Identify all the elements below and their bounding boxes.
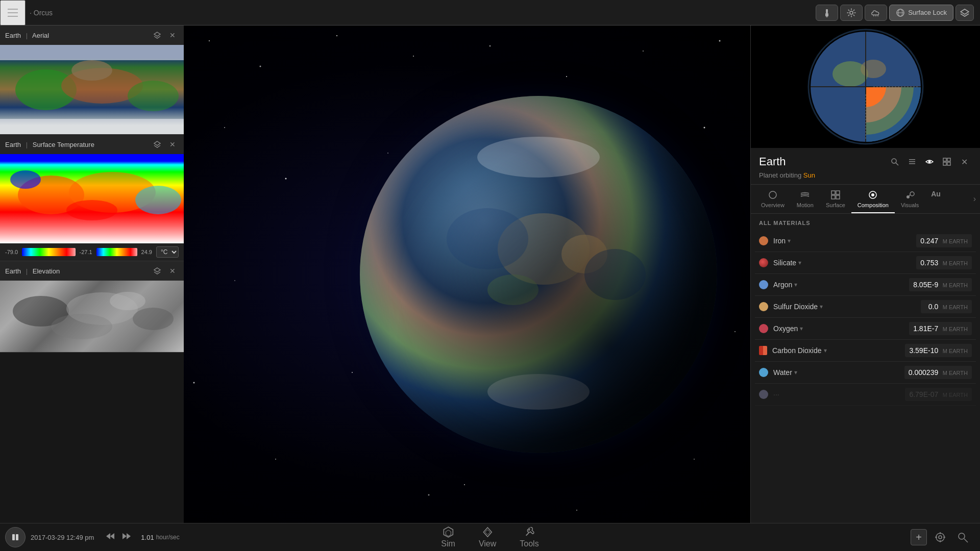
svg-rect-76 [947,162,950,165]
motion-tab-icon [800,190,810,200]
silicate-unit: M Earth [943,260,968,266]
svg-line-68 [896,163,898,165]
left-panel: Earth | Aerial ✕ Earth | Sur [0,26,184,523]
add-button[interactable]: + [911,529,927,545]
carbon-dioxide-dot-left [759,346,763,355]
svg-point-32 [234,280,235,281]
time-display: 2017-03-29 12:49 pm [31,534,94,541]
layers-temp-icon [153,140,161,148]
tab-motion[interactable]: Motion [791,185,820,213]
svg-rect-78 [831,191,835,194]
cloud-button[interactable] [865,5,887,21]
svg-rect-4 [825,13,828,16]
elevation-card: Earth | Elevation ✕ [0,261,184,353]
surface-tab-icon [830,190,841,200]
svg-point-34 [734,331,736,332]
carbon-dioxide-unit: M Earth [943,348,968,354]
aerial-close-button[interactable]: ✕ [166,29,179,41]
iron-name[interactable]: Iron ▾ [773,237,916,245]
partial-name: ··· [773,390,905,398]
temp-card: Earth | Surface Temperature ✕ -79.0 [0,135,184,261]
temp-close-button[interactable]: ✕ [166,138,179,151]
settings-button[interactable] [840,5,863,21]
bottom-tab-tools[interactable]: Tools [516,524,543,550]
water-chevron: ▾ [794,369,797,376]
panel-tabs: Overview Motion Surface Compo [751,185,980,214]
panel-list-button[interactable] [904,154,920,169]
grid-icon [943,158,951,166]
water-name[interactable]: Water ▾ [773,368,904,377]
bottom-tab-sim[interactable]: Sim [437,524,459,550]
panel-eye-button[interactable] [922,154,937,169]
svg-point-96 [936,533,944,541]
oxygen-value: 1.81E-7 [913,324,938,333]
temp-card-header: Earth | Surface Temperature ✕ [0,135,184,154]
argon-name[interactable]: Argon ▾ [773,281,909,289]
bottom-right-actions: + [911,528,980,546]
sun-link[interactable]: Sun [803,171,815,179]
svg-point-24 [719,40,721,42]
silicate-name[interactable]: Silicate ▾ [773,259,916,267]
tab-surface[interactable]: Surface [820,185,851,213]
layers-sm-icon [153,31,161,39]
tab-au[interactable]: Au [925,185,947,213]
panel-scroll-next[interactable]: › [973,185,976,213]
menu-button[interactable] [0,0,26,26]
bottom-tab-view[interactable]: View [475,524,500,550]
carbon-dioxide-name[interactable]: Carbon Dioxide ▾ [772,346,905,355]
oxygen-dot [759,324,768,333]
svg-point-97 [939,536,942,539]
tools-icon [523,526,535,538]
silicate-value-box: 0.753 M Earth [916,256,972,269]
forward-button[interactable] [121,532,132,543]
material-row-argon: Argon ▾ 8.05E-9 M Earth [755,274,976,296]
tab-composition[interactable]: Composition [851,185,895,213]
oxygen-chevron: ▾ [800,325,803,332]
iron-unit: M Earth [943,238,968,244]
search-bottom-icon [957,532,968,543]
sim-icon [442,526,454,538]
silicate-chevron: ▾ [798,259,801,266]
speed-value: 1.01 [141,534,154,541]
panel-close-button[interactable]: ✕ [957,154,972,169]
target-button[interactable] [931,528,949,546]
svg-point-31 [694,459,695,460]
aerial-map-image [0,45,184,134]
temp-color-bar [22,248,75,256]
play-pause-button[interactable] [5,527,26,547]
svg-point-77 [769,191,776,198]
tab-surface-label: Surface [826,202,845,208]
carbon-dioxide-chevron: ▾ [824,347,827,354]
temp-scale: -79.0 -27.1 24.9 °C °F K [0,243,184,261]
svg-rect-73 [943,158,946,161]
aerial-layers-button[interactable] [151,29,163,41]
svg-marker-14 [154,32,160,36]
rewind-button[interactable] [105,532,115,543]
surface-lock-button[interactable]: Surface Lock [889,5,953,21]
main-view[interactable] [184,26,750,523]
elevation-layers-button[interactable] [151,265,163,277]
tab-visuals[interactable]: Visuals [895,185,925,213]
svg-rect-95 [525,532,529,536]
temp-max: 24.9 [141,249,152,255]
sulfur-dioxide-name[interactable]: Sulfur Dioxide ▾ [773,303,921,311]
oxygen-name[interactable]: Oxygen ▾ [773,324,909,333]
earth-globe[interactable] [360,96,717,453]
panel-search-button[interactable] [887,154,902,169]
panel-grid-button[interactable] [939,154,954,169]
elevation-close-button[interactable]: ✕ [166,265,179,277]
planet-subtitle: Planet orbiting Sun [759,171,972,179]
composition-tab-icon [868,190,878,200]
aerial-card-title: Earth | Aerial [5,32,151,39]
temp-layers-button[interactable] [151,138,163,151]
silicate-dot [759,258,768,267]
temp-unit-select[interactable]: °C °F K [156,246,179,258]
svg-point-85 [910,192,914,196]
speed-unit: hour/sec [156,534,180,541]
temp-map-image [0,154,184,243]
svg-point-6 [850,11,853,14]
search-bottom-button[interactable] [953,528,972,546]
tab-overview[interactable]: Overview [755,185,791,213]
top-right-button[interactable] [955,5,974,21]
torch-button[interactable] [816,5,838,21]
